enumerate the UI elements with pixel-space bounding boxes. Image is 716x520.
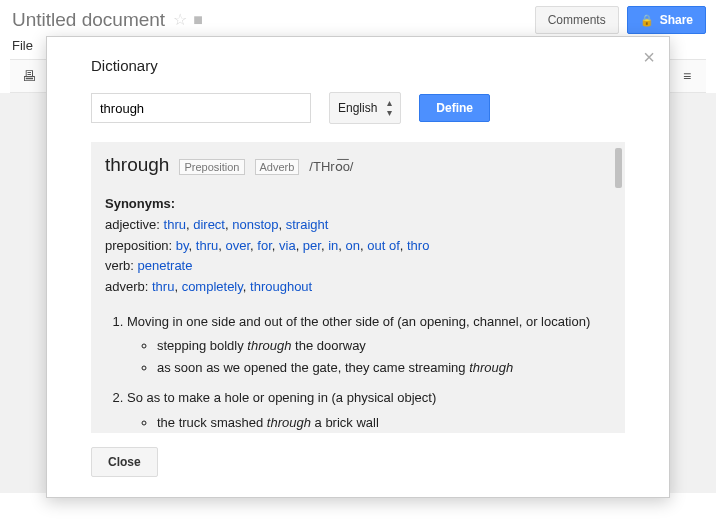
definition-item: So as to make a hole or opening in (a ph… bbox=[127, 388, 607, 433]
synonym-link[interactable]: for bbox=[257, 238, 271, 253]
synonym-row: verb: penetrate bbox=[105, 256, 607, 277]
scrollbar-thumb[interactable] bbox=[615, 148, 622, 188]
result-panel: through Preposition Adverb /THro͞o/ Syno… bbox=[91, 142, 625, 433]
example-item: as soon as we opened the gate, they came… bbox=[157, 358, 607, 378]
synonyms-heading: Synonyms: bbox=[105, 194, 607, 215]
synonym-link[interactable]: thru bbox=[196, 238, 218, 253]
synonym-link[interactable]: throughout bbox=[250, 279, 312, 294]
example-item: stepping boldly through the doorway bbox=[157, 336, 607, 356]
synonym-link[interactable]: on bbox=[346, 238, 360, 253]
synonym-row: adjective: thru, direct, nonstop, straig… bbox=[105, 215, 607, 236]
define-button[interactable]: Define bbox=[419, 94, 490, 122]
pos-tag: Preposition bbox=[179, 159, 244, 175]
caret-icon: ▴▾ bbox=[387, 98, 392, 118]
language-label: English bbox=[338, 101, 377, 115]
synonym-link[interactable]: penetrate bbox=[138, 258, 193, 273]
synonym-link[interactable]: out of bbox=[367, 238, 400, 253]
synonym-link[interactable]: nonstop bbox=[232, 217, 278, 232]
synonym-link[interactable]: over bbox=[225, 238, 250, 253]
example-item: the truck smashed through a brick wall bbox=[157, 413, 607, 433]
language-select[interactable]: English ▴▾ bbox=[329, 92, 401, 124]
synonym-link[interactable]: per bbox=[303, 238, 321, 253]
synonym-link[interactable]: by bbox=[176, 238, 189, 253]
pronunciation: /THro͞o/ bbox=[309, 159, 353, 174]
synonym-link[interactable]: direct bbox=[193, 217, 225, 232]
dialog-title: Dictionary bbox=[91, 57, 625, 74]
synonym-link[interactable]: thru bbox=[152, 279, 174, 294]
synonym-link[interactable]: in bbox=[328, 238, 338, 253]
dictionary-dialog: × Dictionary English ▴▾ Define through P… bbox=[46, 36, 670, 498]
definition-item: Moving in one side and out of the other … bbox=[127, 312, 607, 378]
synonym-link[interactable]: thru bbox=[164, 217, 186, 232]
pos-tag: Adverb bbox=[255, 159, 300, 175]
synonym-row: adverb: thru, completely, throughout bbox=[105, 277, 607, 298]
synonym-link[interactable]: thro bbox=[407, 238, 429, 253]
close-icon[interactable]: × bbox=[643, 47, 655, 67]
synonym-link[interactable]: straight bbox=[286, 217, 329, 232]
close-button[interactable]: Close bbox=[91, 447, 158, 477]
synonym-link[interactable]: via bbox=[279, 238, 296, 253]
synonym-link[interactable]: completely bbox=[182, 279, 243, 294]
headword: through bbox=[105, 154, 169, 176]
synonym-row: preposition: by, thru, over, for, via, p… bbox=[105, 236, 607, 257]
search-input[interactable] bbox=[91, 93, 311, 123]
